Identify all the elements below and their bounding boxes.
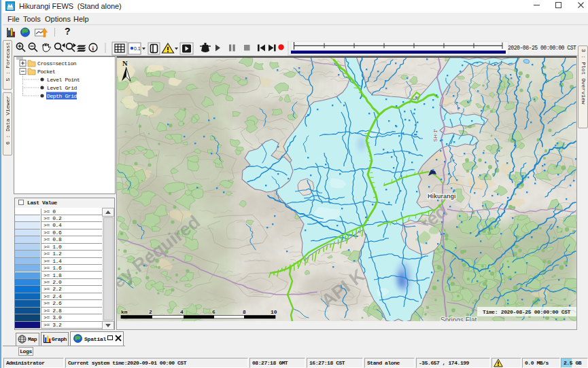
svg-text:2: 2 [149, 309, 152, 315]
svg-text:i: i [92, 45, 94, 52]
svg-text:10: 10 [271, 309, 277, 315]
svg-text:4: 4 [180, 309, 184, 315]
svg-text:Hikurangi: Hikurangi [428, 193, 456, 200]
svg-text:Depth Grid: Depth Grid [47, 93, 77, 99]
svg-text:N: N [122, 60, 128, 67]
svg-text:Cross=section: Cross=section [37, 60, 77, 67]
svg-text:8: 8 [243, 309, 246, 315]
svg-text:0.1: 0.1 [134, 46, 141, 51]
svg-text:SH 1: SH 1 [432, 130, 438, 142]
svg-text:6: 6 [212, 309, 215, 315]
svg-text:Time: 2020-08-25 00:00:00 CST: Time: 2020-08-25 00:00:00 CST [483, 309, 571, 315]
svg-text:km: km [121, 309, 128, 315]
svg-text:Pocket: Pocket [37, 69, 55, 75]
svg-text:2020-08-25 00:00:00 CST: 2020-08-25 00:00:00 CST [508, 45, 576, 51]
svg-text:Springs Flat: Springs Flat [440, 316, 477, 321]
svg-text:Level Point: Level Point [47, 77, 80, 83]
svg-text:Level Grid: Level Grid [47, 85, 77, 91]
